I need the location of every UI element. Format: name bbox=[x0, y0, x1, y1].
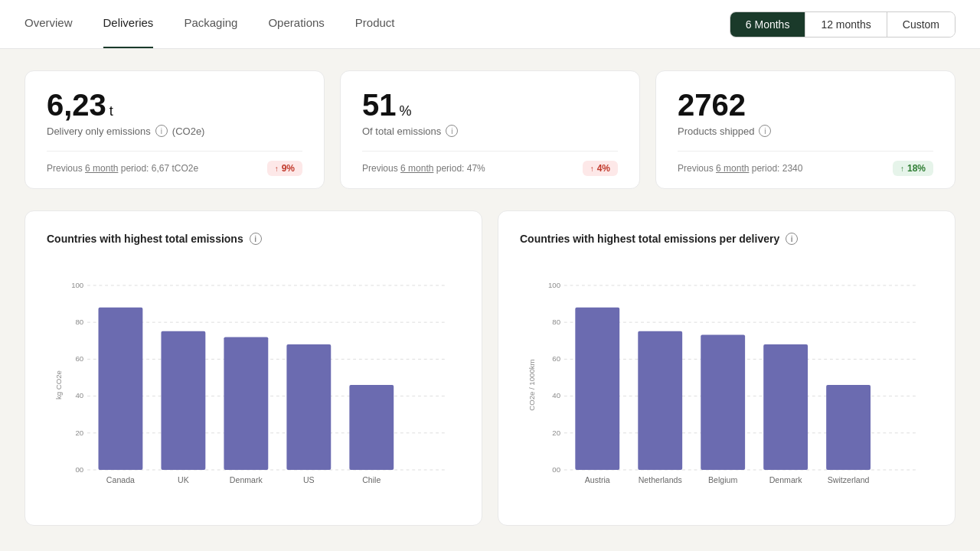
label-netherlands: Netherlands bbox=[639, 475, 682, 484]
arrow-up-icon3: ↑ bbox=[900, 165, 904, 173]
chart-row: Countries with highest total emissions i… bbox=[24, 210, 956, 526]
products-badge: ↑ 18% bbox=[893, 161, 933, 176]
y-tick-80: 80 bbox=[76, 318, 84, 326]
bar-canada bbox=[99, 308, 143, 470]
nav-bar: Overview Deliveries Packaging Operations… bbox=[0, 0, 980, 49]
total-pct-unit: % bbox=[400, 103, 412, 119]
products-value: 2762 bbox=[678, 90, 746, 120]
total-pct-info-icon[interactable]: i bbox=[446, 125, 458, 137]
emissions-footer: Previous 6 month period: 6,67 tCO2e ↑ 9% bbox=[47, 151, 302, 176]
chart-total-emissions-svg: kg CO2e 100 80 60 40 20 00 bbox=[47, 263, 460, 507]
nav-tabs: Overview Deliveries Packaging Operations… bbox=[24, 0, 395, 48]
emissions-unit: t bbox=[109, 103, 113, 119]
chart-title-per-delivery: Countries with highest total emissions p… bbox=[520, 233, 933, 245]
products-footer: Previous 6 month period: 2340 ↑ 18% bbox=[678, 151, 933, 176]
label-us: US bbox=[303, 475, 315, 484]
tab-deliveries[interactable]: Deliveries bbox=[103, 0, 154, 48]
chart-total-emissions-wrap: kg CO2e 100 80 60 40 20 00 bbox=[47, 263, 460, 510]
emissions-info-icon[interactable]: i bbox=[155, 125, 168, 137]
tab-product[interactable]: Product bbox=[355, 0, 395, 48]
total-pct-badge: ↑ 4% bbox=[583, 161, 618, 176]
main-content: 6,23 t Delivery only emissions i (CO2e) … bbox=[0, 49, 980, 547]
stat-cards: 6,23 t Delivery only emissions i (CO2e) … bbox=[24, 70, 956, 189]
tab-packaging[interactable]: Packaging bbox=[184, 0, 237, 48]
bar-netherlands bbox=[638, 331, 682, 470]
label-switzerland: Switzerland bbox=[828, 475, 870, 484]
chart-delivery-info-icon[interactable]: i bbox=[786, 233, 798, 245]
emissions-badge: ↑ 9% bbox=[267, 161, 302, 176]
chart-per-delivery-svg: CO2e / 1000km 100 80 60 40 20 00 bbox=[520, 263, 933, 507]
label-canada: Canada bbox=[106, 475, 135, 484]
label-uk: UK bbox=[178, 475, 189, 484]
period-12months[interactable]: 12 months bbox=[805, 12, 887, 37]
label-denmark2: Denmark bbox=[769, 475, 803, 484]
stat-card-products: 2762 Products shipped i Previous 6 month… bbox=[655, 70, 956, 189]
period-custom[interactable]: Custom bbox=[887, 12, 955, 37]
arrow-up-icon2: ↑ bbox=[590, 165, 594, 173]
bar-denmark2 bbox=[763, 344, 808, 470]
chart-per-delivery-wrap: CO2e / 1000km 100 80 60 40 20 00 bbox=[520, 263, 933, 510]
bar-switzerland bbox=[826, 385, 871, 470]
y2-tick-0: 00 bbox=[552, 465, 560, 474]
total-pct-prev-text: Previous 6 month period: 47% bbox=[362, 163, 485, 174]
period-6months[interactable]: 6 Months bbox=[730, 12, 806, 37]
y-tick-0: 00 bbox=[76, 465, 84, 474]
y2-tick-60: 60 bbox=[552, 354, 560, 363]
y2-tick-20: 20 bbox=[552, 429, 560, 437]
y2-tick-40: 40 bbox=[552, 391, 560, 399]
label-austria: Austria bbox=[585, 475, 610, 484]
emissions-prev-text: Previous 6 month period: 6,67 tCO2e bbox=[47, 163, 198, 174]
products-prev-text: Previous 6 month period: 2340 bbox=[678, 163, 802, 174]
y-axis-label: kg CO2e bbox=[54, 370, 63, 399]
bar-uk bbox=[161, 331, 205, 470]
bar-denmark bbox=[224, 337, 268, 470]
label-chile: Chile bbox=[362, 475, 381, 484]
chart-card-total-emissions: Countries with highest total emissions i… bbox=[24, 210, 482, 526]
y-tick-100: 100 bbox=[71, 281, 83, 289]
y-tick-60: 60 bbox=[76, 354, 84, 363]
bar-austria bbox=[575, 308, 619, 470]
products-info-icon[interactable]: i bbox=[759, 125, 771, 137]
emissions-label: Delivery only emissions i (CO2e) bbox=[47, 125, 302, 137]
bar-chile bbox=[349, 385, 394, 470]
chart-card-per-delivery: Countries with highest total emissions p… bbox=[498, 210, 956, 526]
y-tick-40: 40 bbox=[76, 391, 84, 399]
y-axis-label2: CO2e / 1000km bbox=[528, 359, 536, 410]
y2-tick-80: 80 bbox=[552, 318, 560, 326]
tab-operations[interactable]: Operations bbox=[268, 0, 324, 48]
stat-card-total-pct: 51 % Of total emissions i Previous 6 mon… bbox=[340, 70, 640, 189]
stat-card-emissions: 6,23 t Delivery only emissions i (CO2e) … bbox=[24, 70, 325, 189]
emissions-value: 6,23 bbox=[47, 90, 106, 120]
total-pct-label: Of total emissions i bbox=[362, 125, 618, 137]
period-buttons: 6 Months 12 months Custom bbox=[730, 11, 956, 37]
total-pct-footer: Previous 6 month period: 47% ↑ 4% bbox=[362, 151, 618, 176]
label-belgium: Belgium bbox=[708, 475, 737, 484]
label-denmark: Denmark bbox=[230, 475, 263, 484]
chart-total-info-icon[interactable]: i bbox=[250, 233, 262, 245]
total-pct-value: 51 bbox=[362, 90, 397, 120]
y2-tick-100: 100 bbox=[548, 281, 560, 289]
products-label: Products shipped i bbox=[678, 125, 933, 137]
chart-title-total: Countries with highest total emissions i bbox=[47, 233, 460, 245]
bar-us bbox=[286, 344, 331, 470]
bar-belgium bbox=[701, 335, 745, 470]
arrow-up-icon: ↑ bbox=[275, 165, 279, 173]
tab-overview[interactable]: Overview bbox=[24, 0, 73, 48]
y-tick-20: 20 bbox=[76, 429, 84, 437]
